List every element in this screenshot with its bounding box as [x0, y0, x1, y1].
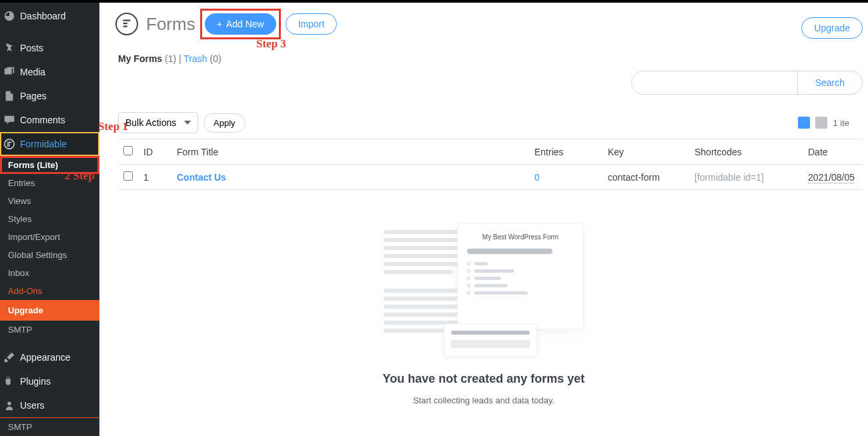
search-input[interactable] — [631, 71, 798, 95]
annotation-step2: 2 Step — [65, 169, 95, 183]
sidebar-item-comments[interactable]: Comments — [0, 108, 99, 132]
upgrade-button[interactable]: Upgrade — [801, 17, 863, 39]
sidebar-item-label: Plugins — [20, 376, 51, 387]
cell-id: 1 — [138, 165, 171, 190]
sidebar-item-label: Comments — [20, 115, 65, 125]
sidebar-sub-inbox[interactable]: Inbox — [0, 264, 99, 282]
page-icon — [3, 89, 16, 103]
cell-date: 2021/08/05 — [808, 172, 855, 183]
sidebar-item-label: Posts — [20, 43, 43, 53]
sidebar-item-users[interactable]: Users — [0, 393, 99, 417]
plugins-icon — [3, 375, 16, 388]
sidebar-item-plugins[interactable]: Plugins — [0, 369, 99, 393]
view-list-icon[interactable] — [798, 117, 810, 129]
col-shortcodes[interactable]: Shortcodes — [689, 139, 803, 165]
sidebar-sub-import-export[interactable]: Import/Export — [0, 228, 99, 246]
formidable-icon — [3, 137, 16, 151]
users-icon — [3, 399, 16, 412]
col-title[interactable]: Form Title — [171, 139, 529, 165]
annotation-step3: Step 3 — [256, 37, 286, 51]
comment-icon — [3, 113, 16, 127]
empty-heading: You have not created any forms yet — [99, 372, 868, 386]
sidebar-item-formidable[interactable]: Formidable — [0, 132, 99, 156]
sidebar-sub-addons[interactable]: Add-Ons — [0, 282, 99, 300]
sidebar-sub-global-settings[interactable]: Global Settings — [0, 246, 99, 264]
sidebar-item-pages[interactable]: Pages — [0, 84, 99, 108]
col-entries[interactable]: Entries — [529, 139, 602, 165]
table-row: 1 Contact Us 0 contact-form [formidable … — [118, 165, 863, 190]
pin-icon — [3, 41, 16, 55]
form-title-link[interactable]: Contact Us — [177, 172, 226, 183]
page-header: Forms + Add New Import Upgrade — [99, 3, 868, 43]
cell-shortcode: [formidable id=1] — [689, 165, 803, 190]
sidebar-sub-styles[interactable]: Styles — [0, 210, 99, 228]
sidebar-item-label: Dashboard — [20, 11, 66, 21]
item-count: 1 ite — [833, 118, 849, 128]
view-grid-icon[interactable] — [815, 117, 827, 129]
forms-table: ID Form Title Entries Key Shortcodes Dat… — [118, 139, 863, 190]
sidebar-item-posts[interactable]: Posts — [0, 36, 99, 60]
apply-button[interactable]: Apply — [203, 113, 246, 133]
svg-point-1 — [7, 402, 11, 405]
dashboard-icon — [3, 9, 16, 23]
row-checkbox[interactable] — [123, 171, 133, 181]
import-button[interactable]: Import — [286, 13, 338, 35]
col-id[interactable]: ID — [138, 139, 171, 165]
sidebar-item-label: Users — [20, 400, 45, 411]
sidebar-item-media[interactable]: Media — [0, 60, 99, 84]
annotation-step1: Step 1 — [98, 120, 128, 133]
search-button[interactable]: Search — [798, 71, 863, 95]
sidebar-item-label: Media — [20, 67, 45, 77]
sidebar-item-label: Pages — [20, 91, 47, 101]
sidebar-sub-upgrade[interactable]: Upgrade — [0, 300, 99, 321]
illus-card-title: My Best WordPress Form — [467, 233, 574, 241]
select-all-checkbox[interactable] — [123, 146, 133, 155]
plus-icon: + — [217, 19, 222, 29]
admin-sidebar: Dashboard Posts Media Pages Comments For… — [0, 3, 99, 436]
sidebar-item-label: Appearance — [20, 352, 71, 363]
empty-state: My Best WordPress Form You have not crea… — [99, 190, 868, 405]
cell-key: contact-form — [602, 165, 689, 190]
filter-trash[interactable]: Trash — [183, 53, 207, 64]
page-title: Forms — [146, 14, 195, 35]
sidebar-item-appearance[interactable]: Appearance — [0, 345, 99, 369]
main-content: Forms + Add New Import Upgrade Step 3 My… — [99, 3, 868, 436]
empty-subtext: Start collecting leads and data today. — [99, 395, 868, 405]
formidable-logo-icon — [115, 13, 138, 35]
sidebar-sub-smtp2[interactable]: SMTP — [0, 418, 99, 436]
add-new-button[interactable]: + Add New — [205, 13, 276, 35]
col-date[interactable]: Date — [803, 139, 863, 165]
bulk-actions-select[interactable]: Bulk Actions — [118, 112, 198, 133]
filter-my-forms[interactable]: My Forms (1) — [118, 53, 176, 64]
sidebar-item-dashboard[interactable]: Dashboard — [0, 3, 99, 29]
sidebar-sub-views[interactable]: Views — [0, 192, 99, 210]
media-icon — [3, 65, 16, 79]
entries-link[interactable]: 0 — [534, 172, 540, 183]
sidebar-sub-smtp[interactable]: SMTP — [0, 321, 99, 339]
sidebar-item-label: Formidable — [20, 139, 67, 149]
col-key[interactable]: Key — [602, 139, 689, 165]
brush-icon — [3, 351, 16, 364]
views-filter: My Forms (1) | Trash (0) — [99, 43, 868, 71]
empty-illustration: My Best WordPress Form — [384, 223, 584, 357]
